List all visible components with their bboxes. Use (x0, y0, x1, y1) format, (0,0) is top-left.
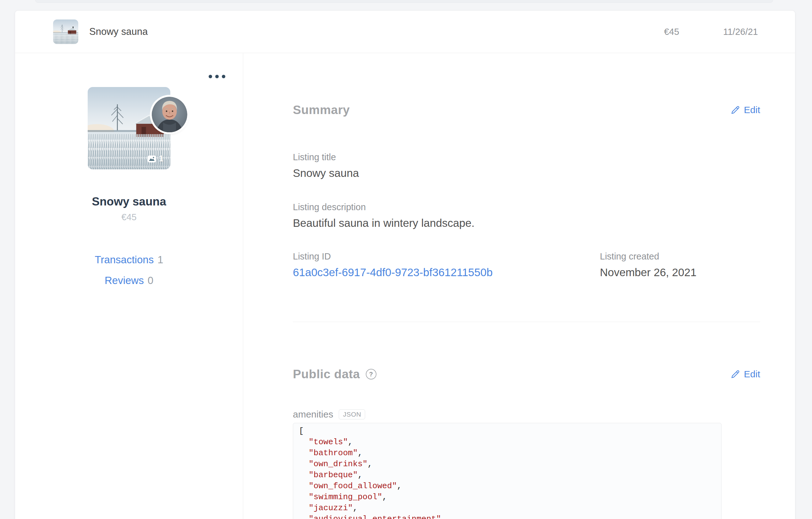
listing-id-label: Listing ID (293, 251, 600, 262)
amenities-field-header: amenities JSON (293, 409, 760, 420)
transactions-count: 1 (157, 254, 163, 265)
reviews-link[interactable]: Reviews0 (105, 275, 153, 287)
listing-id-field: Listing ID 61a0c3ef-6917-4df0-9723-bf361… (293, 251, 600, 279)
photo-icon (148, 155, 156, 163)
header-listing-price: €45 (664, 27, 679, 37)
ellipsis-dot (215, 75, 219, 78)
transactions-link[interactable]: Transactions1 (94, 254, 163, 266)
public-data-edit-button[interactable]: Edit (731, 369, 760, 379)
ellipsis-dot (222, 75, 225, 78)
transactions-label: Transactions (94, 254, 154, 265)
image-count-badge: 1 (148, 154, 164, 164)
listing-id-link[interactable]: 61a0c3ef-6917-4df0-9723-bf361211550b (293, 266, 493, 278)
sidebar-listing-price: €45 (121, 212, 136, 223)
summary-heading: Summary (293, 103, 350, 117)
summary-section-header: Summary Edit (293, 95, 760, 125)
listing-created-field: Listing created November 26, 2021 (600, 251, 760, 279)
header-listing-title: Snowy sauna (89, 26, 148, 37)
winter-scene-image (53, 20, 78, 44)
public-data-edit-label: Edit (744, 369, 760, 379)
json-type-badge: JSON (339, 409, 365, 420)
listing-description-label: Listing description (293, 202, 760, 212)
listing-created-label: Listing created (600, 251, 760, 262)
listing-description-field: Listing description Beautiful sauna in w… (293, 202, 760, 229)
listing-description-value: Beautiful sauna in wintery landscape. (293, 217, 760, 229)
reviews-label: Reviews (105, 275, 144, 286)
summary-edit-label: Edit (744, 105, 760, 115)
listing-title-label: Listing title (293, 152, 760, 163)
listing-title-value: Snowy sauna (293, 167, 760, 179)
sidebar-links: Transactions1 Reviews0 (94, 254, 163, 287)
public-data-heading: Public data (293, 367, 360, 381)
listing-created-value: November 26, 2021 (600, 266, 760, 279)
listing-thumbnail (53, 20, 78, 44)
listing-image[interactable]: 1 (88, 87, 170, 169)
amenities-label: amenities (293, 409, 333, 420)
header-listing-date: 11/26/21 (723, 27, 758, 37)
ellipsis-dot (209, 75, 212, 78)
listing-sidebar: 1 Snowy sauna €45 Transactions1 Reviews0 (15, 53, 243, 519)
pencil-icon (731, 370, 740, 379)
help-icon[interactable]: ? (366, 369, 376, 379)
summary-section: Summary Edit Listing title Snowy sauna L… (293, 53, 760, 322)
reviews-count: 0 (148, 275, 153, 286)
previous-card-remnant (35, 0, 773, 3)
pencil-icon (731, 105, 740, 115)
listing-header-row: Snowy sauna €45 11/26/21 (15, 11, 795, 53)
more-menu-button[interactable] (207, 73, 227, 80)
listing-content: Summary Edit Listing title Snowy sauna L… (243, 53, 795, 519)
card-body: 1 Snowy sauna €45 Transactions1 Reviews0… (15, 53, 795, 519)
listing-detail-card: Snowy sauna €45 11/26/21 (15, 10, 795, 519)
listing-meta-row: Listing ID 61a0c3ef-6917-4df0-9723-bf361… (293, 251, 760, 279)
listing-title-field: Listing title Snowy sauna (293, 152, 760, 179)
provider-avatar[interactable] (152, 97, 187, 132)
public-data-section: Public data ? Edit amenities JSON [ "tow… (293, 322, 760, 519)
summary-edit-button[interactable]: Edit (731, 105, 760, 115)
image-count: 1 (159, 154, 164, 164)
public-data-section-header: Public data ? Edit (293, 359, 760, 389)
sidebar-listing-title: Snowy sauna (92, 195, 166, 208)
json-code: [ "towels", "bathroom", "own_drinks", "b… (293, 423, 722, 519)
